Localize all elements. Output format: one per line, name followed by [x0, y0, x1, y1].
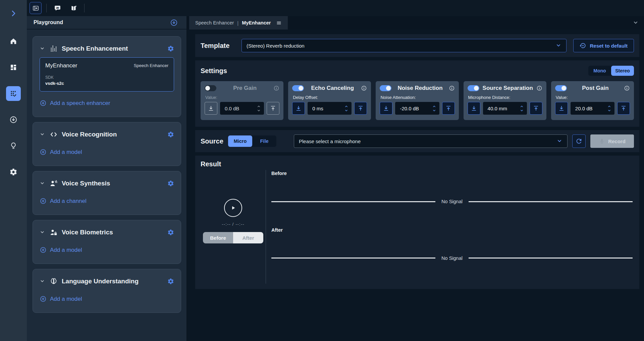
setting-title: Echo Canceling — [304, 85, 361, 92]
info-icon[interactable] — [449, 85, 455, 91]
rail-playground-button[interactable] — [6, 86, 21, 101]
add-speech-enhancer-button[interactable]: Add a speech enhancer — [40, 100, 110, 107]
set-max-button[interactable] — [530, 102, 542, 115]
section-language-understanding: Language Understanding Add a model — [33, 269, 181, 313]
chevron-up-icon[interactable] — [519, 104, 524, 108]
info-icon[interactable] — [361, 85, 367, 91]
section-title: Language Understanding — [62, 278, 167, 285]
collapse-section-icon[interactable] — [40, 181, 45, 186]
add-link-label: Add a model — [50, 296, 82, 302]
set-max-button[interactable] — [267, 102, 279, 115]
model-name: MyEnhancer — [45, 62, 134, 69]
chevron-down-icon[interactable] — [432, 109, 437, 113]
set-min-button[interactable] — [380, 102, 392, 115]
open-book-icon — [70, 5, 77, 12]
arrow-to-top-icon — [620, 105, 627, 112]
plus-circle-icon — [40, 197, 47, 205]
section-settings-button[interactable] — [167, 278, 174, 285]
rail-dashboard-button[interactable] — [6, 60, 21, 75]
micro-button[interactable]: Micro — [228, 135, 252, 147]
phonetics-button[interactable] — [51, 2, 63, 14]
before-button[interactable]: Before — [203, 232, 233, 243]
chevron-down-icon[interactable] — [256, 109, 261, 113]
add-channel-button[interactable]: Add a channel — [40, 197, 87, 205]
echo-canceling-toggle[interactable] — [292, 85, 304, 91]
noise-attenuation-input[interactable]: -20.0 dB — [395, 102, 439, 115]
info-icon[interactable] — [624, 85, 630, 91]
template-select[interactable]: (Stereo) Reverb reduction — [241, 39, 567, 52]
set-max-button[interactable] — [617, 102, 630, 115]
chevron-down-icon[interactable] — [607, 109, 612, 113]
chevron-down-icon[interactable] — [519, 109, 524, 113]
collapse-section-icon[interactable] — [40, 46, 45, 51]
set-min-button[interactable] — [292, 102, 305, 115]
tab-menu-button[interactable] — [276, 20, 282, 26]
mono-button[interactable]: Mono — [588, 66, 611, 76]
set-min-button[interactable] — [205, 102, 217, 115]
after-button[interactable]: After — [233, 232, 263, 243]
post-gain-input[interactable]: 20.0 dB — [571, 102, 614, 115]
collapse-section-icon[interactable] — [40, 230, 45, 235]
info-icon[interactable] — [536, 85, 542, 91]
stereo-button[interactable]: Stereo — [611, 66, 634, 76]
set-min-button[interactable] — [468, 102, 480, 115]
playground-export-button[interactable] — [170, 19, 178, 26]
microphone-distance-input[interactable]: 40.0 mm — [483, 102, 527, 115]
play-button[interactable] — [224, 199, 242, 217]
home-icon — [9, 37, 17, 45]
source-separation-toggle[interactable] — [468, 85, 479, 91]
section-settings-button[interactable] — [167, 180, 174, 187]
chevron-up-icon[interactable] — [256, 104, 261, 108]
info-icon[interactable] — [273, 85, 279, 91]
file-button[interactable]: File — [252, 135, 276, 147]
add-model-button[interactable]: Add a model — [40, 295, 82, 302]
main-content: Template (Stereo) Reverb reduction Reset… — [187, 30, 644, 341]
chevron-up-icon[interactable] — [432, 104, 437, 108]
section-settings-button[interactable] — [167, 131, 174, 138]
chevron-down-icon[interactable] — [344, 109, 349, 113]
toolbar-divider — [84, 4, 85, 12]
pre-gain-input[interactable]: 0.0 dB — [220, 102, 264, 115]
add-model-button[interactable]: Add a model — [40, 246, 82, 253]
after-track: After No Signal — [271, 227, 633, 284]
channel-mode-toggle: Mono Stereo — [588, 66, 634, 76]
collapse-section-icon[interactable] — [40, 279, 45, 284]
brain-icon — [50, 277, 58, 285]
noise-reduction-toggle[interactable] — [380, 85, 391, 91]
set-min-button[interactable] — [555, 102, 568, 115]
reset-to-default-button[interactable]: Reset to default — [573, 39, 634, 52]
documentation-button[interactable] — [67, 2, 79, 14]
tabs-overflow-button[interactable] — [633, 20, 639, 26]
rail-home-button[interactable] — [6, 34, 21, 49]
set-max-button[interactable] — [442, 102, 455, 115]
set-max-button[interactable] — [354, 102, 367, 115]
collapse-panel-button[interactable] — [30, 2, 42, 14]
chevron-up-icon[interactable] — [344, 104, 349, 108]
refresh-icon — [575, 137, 583, 145]
model-card-myenhancer[interactable]: MyEnhancer Speech Enhancer SDK vsdk-s2c — [40, 57, 174, 92]
rail-downloads-button[interactable] — [6, 112, 21, 127]
pre-gain-toggle[interactable] — [205, 85, 216, 91]
section-settings-button[interactable] — [167, 229, 174, 236]
tab-myenhancer[interactable]: Speech Enhancer | MyEnhancer — [189, 16, 288, 30]
delay-offset-input[interactable]: 0 ms — [308, 102, 352, 115]
expand-sidebar-button[interactable] — [6, 8, 21, 19]
arrow-to-top-icon — [533, 105, 539, 112]
section-title: Voice Biometrics — [62, 229, 167, 236]
section-voice-recognition: Voice Recognition Add a model — [33, 122, 181, 166]
plus-circle-icon — [40, 295, 47, 302]
collapse-section-icon[interactable] — [40, 132, 45, 137]
post-gain-toggle[interactable] — [555, 85, 567, 91]
microphone-select[interactable]: Please select a microphone — [294, 134, 568, 148]
refresh-devices-button[interactable] — [572, 134, 586, 148]
record-button[interactable]: Record — [590, 134, 634, 148]
section-settings-button[interactable] — [167, 45, 174, 52]
setting-value: 40.0 mm — [488, 106, 519, 111]
arrow-to-bottom-icon — [383, 105, 389, 112]
gear-icon — [167, 131, 174, 138]
chevron-up-icon[interactable] — [607, 104, 612, 108]
download-circle-icon — [170, 19, 178, 26]
add-model-button[interactable]: Add a model — [40, 149, 82, 156]
rail-settings-button[interactable] — [6, 165, 21, 179]
rail-tips-button[interactable] — [6, 138, 21, 153]
